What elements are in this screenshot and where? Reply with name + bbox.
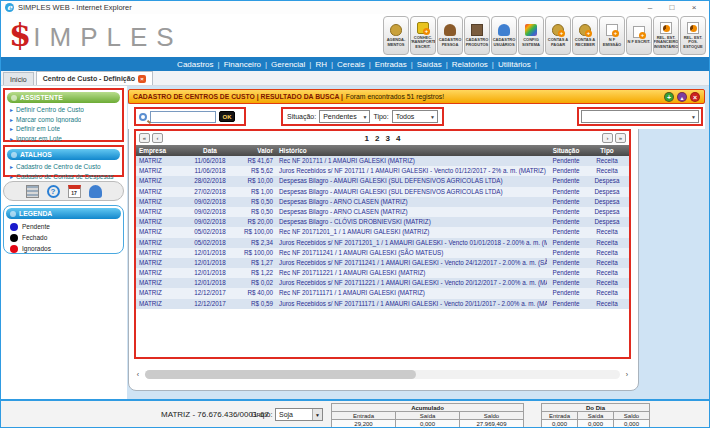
toolbar-button-n-f-emiss-o[interactable]: N F EMISSÃO — [599, 16, 625, 55]
calculator-icon[interactable] — [26, 185, 39, 198]
toolbar-button-label: CADASTRO USUÁRIOS — [492, 38, 516, 47]
table-row[interactable]: MATRIZ09/02/2018R$ 0,50Despesas Bilagro … — [136, 197, 629, 207]
table-row[interactable]: MATRIZ12/01/2018R$ 0,02Juros Recebidos s… — [136, 278, 629, 288]
menu-item-entradas[interactable]: Entradas — [371, 60, 411, 69]
tipo-select[interactable]: Todos ▼ — [392, 110, 438, 123]
menu-item-financeiro[interactable]: Financeiro — [220, 60, 265, 69]
page-number-1[interactable]: 1 — [362, 134, 372, 143]
sidebar-item-definir-centro-de-custo[interactable]: ▸Definir Centro de Custo — [5, 105, 122, 115]
do-dia-table: Do Dia Entrada Saída Saldo 0,000 0,000 0… — [541, 403, 650, 428]
cell-empresa: MATRIZ — [136, 156, 188, 166]
tipo-label: Tipo: — [373, 113, 388, 120]
acumulado-entrada-value: 29,200 — [332, 420, 396, 428]
table-row[interactable]: MATRIZ09/02/2018R$ 20,00Despesas Bilagro… — [136, 217, 629, 227]
scrollbar-thumb[interactable] — [145, 370, 416, 379]
table-row[interactable]: MATRIZ12/01/2018R$ 100,00Rec NF 20171124… — [136, 248, 629, 258]
menu-item-utilit-rios[interactable]: Utilitários — [494, 60, 535, 69]
add-record-button[interactable]: + — [664, 92, 674, 102]
menu-item-rh[interactable]: RH — [311, 60, 331, 69]
col-empresa[interactable]: Empresa — [136, 145, 188, 156]
search-input[interactable] — [150, 111, 216, 123]
cell-valor: R$ 40,00 — [232, 288, 276, 298]
col-data[interactable]: Data — [188, 145, 232, 156]
table-row[interactable]: MATRIZ05/02/2018R$ 2,34Juros Recebidos s… — [136, 238, 629, 248]
sidebar-item-cadastro-de-centro-de-custo[interactable]: ▸Cadastro de Centro de Custo — [5, 162, 122, 172]
menu-item-cadastros[interactable]: Cadastros — [173, 60, 217, 69]
cell-tipo: Despesa — [585, 207, 629, 217]
close-button[interactable]: × — [683, 2, 705, 14]
last-page-button[interactable]: » — [615, 133, 626, 143]
tab-inicio[interactable]: Início — [3, 72, 34, 85]
sidebar-item-cadastro-de-contas-de-despesas[interactable]: ▸Cadastro de Contas de Despesas — [5, 172, 122, 182]
table-row[interactable]: MATRIZ05/02/2018R$ 100,00Rec NF 20171201… — [136, 227, 629, 237]
sidebar-item-marcar-como-ignorado[interactable]: ▸Marcar como Ignorado — [5, 115, 122, 125]
col-tipo[interactable]: Tipo — [585, 145, 629, 156]
menu-item-cereais[interactable]: Cereais — [333, 60, 369, 69]
help-icon[interactable]: ? — [47, 185, 60, 198]
page-number-3[interactable]: 3 — [383, 134, 393, 143]
scrollbar-track[interactable] — [145, 370, 620, 379]
close-tab-icon[interactable]: × — [138, 75, 146, 83]
next-page-button[interactable]: › — [602, 133, 613, 143]
toolbar-button-rel-est-financeiro-invent-rio[interactable]: REL. EST. FINANCEIRO INVENTÁRIO — [653, 16, 679, 55]
table-row[interactable]: MATRIZ11/06/2018R$ 41,67Rec NF 201711 / … — [136, 156, 629, 166]
results-header-bar: CADASTRO DE CENTROS DE CUSTO | RESULTADO… — [128, 89, 705, 104]
toolbar-button-conhec-transporte-escrit-[interactable]: CONHEC. TRANSPORTE ESCRIT. — [410, 16, 436, 55]
maximize-button[interactable]: □ — [661, 2, 683, 14]
cell-situacao: Pendente — [547, 176, 585, 186]
extra-filter-select[interactable]: ▼ — [581, 110, 699, 123]
toolbar-button-cadastro-pessoa[interactable]: CADASTRO PESSOA — [437, 16, 463, 55]
acumulado-saldo-label: Saldo — [460, 412, 524, 420]
col-historico[interactable]: Histórico — [276, 145, 547, 156]
cell-tipo: Receita — [585, 156, 629, 166]
table-row[interactable]: MATRIZ27/02/2018R$ 1,00Despesas Bilagro … — [136, 187, 629, 197]
cell-tipo: Despesa — [585, 176, 629, 186]
first-page-button[interactable]: « — [139, 133, 150, 143]
scroll-right-icon[interactable]: › — [623, 371, 631, 378]
situacao-select[interactable]: Pendentes ▼ — [319, 110, 370, 123]
cell-situacao: Pendente — [547, 197, 585, 207]
toolbar-button-cadastro-usu-rios[interactable]: CADASTRO USUÁRIOS — [491, 16, 517, 55]
table-row[interactable]: MATRIZ28/02/2018R$ 10,00Despesas Bilagro… — [136, 176, 629, 186]
toolbar-button-agenda-mentos[interactable]: AGENDA-MENTOS — [383, 16, 409, 55]
table-row[interactable]: MATRIZ12/12/2017R$ 40,00Rec NF 201711171… — [136, 288, 629, 298]
grupo-select[interactable]: Soja ▼ — [275, 408, 323, 421]
table-row[interactable]: MATRIZ09/02/2018R$ 0,50Despesas Bilagro … — [136, 207, 629, 217]
palette-icon — [525, 24, 537, 36]
close-panel-button[interactable]: × — [690, 92, 700, 102]
table-row[interactable]: MATRIZ11/06/2018R$ 5,62Juros Recebidos s… — [136, 166, 629, 176]
toolbar-button-contas-a-receber[interactable]: CONTAS A RECEBER — [572, 16, 598, 55]
user-icon[interactable] — [89, 185, 102, 198]
internet-explorer-icon: e — [5, 3, 14, 12]
tab-centro-de-custo[interactable]: Centro de Custo - Definição × — [36, 71, 153, 85]
minimize-button[interactable]: – — [639, 2, 661, 14]
page-number-2[interactable]: 2 — [372, 134, 382, 143]
toolbar-button-rel-est-pos-estoque[interactable]: REL. EST. POS. ESTOQUE — [680, 16, 706, 55]
cell-valor: R$ 0,59 — [232, 299, 276, 309]
toolbar-button-cadastro-produtos[interactable]: CADASTRO PRODUTOS — [464, 16, 490, 55]
menu-item-relat-rios[interactable]: Relatórios — [448, 60, 492, 69]
search-ok-button[interactable]: OK — [219, 111, 235, 122]
calendar-icon[interactable]: 17 — [68, 185, 81, 198]
toolbar-button-contas-a-pagar[interactable]: CONTAS A PAGAR — [545, 16, 571, 55]
toolbar-button-config-sistema[interactable]: CONFIG SISTEMA — [518, 16, 544, 55]
sidebar-item-ignorar-em-lote[interactable]: ▸Ignorar em Lote — [5, 134, 122, 144]
toolbar-button-n-f-escrit-[interactable]: N F ESCRIT. — [626, 16, 652, 55]
page-number-4[interactable]: 4 — [393, 134, 403, 143]
menu-item-gerencial[interactable]: Gerencial — [267, 60, 309, 69]
cell-data: 05/02/2018 — [188, 238, 232, 248]
table-row[interactable]: MATRIZ12/01/2018R$ 1,22Rec NF 201711221 … — [136, 268, 629, 278]
prev-page-button[interactable]: ‹ — [152, 133, 163, 143]
cell-empresa: MATRIZ — [136, 217, 188, 227]
cell-valor: R$ 100,00 — [232, 248, 276, 258]
table-row[interactable]: MATRIZ12/01/2018R$ 1,27Juros Recebidos s… — [136, 258, 629, 268]
menu-item-sa-das[interactable]: Saídas — [413, 60, 446, 69]
results-table-box: « ‹ 1234 › » Empresa Data Valor Históric… — [134, 129, 631, 359]
collapse-panel-button[interactable]: ▲ — [677, 92, 687, 102]
col-valor[interactable]: Valor — [232, 145, 276, 156]
bullet-icon: ▸ — [10, 173, 13, 180]
scroll-left-icon[interactable]: ‹ — [134, 371, 142, 378]
table-row[interactable]: MATRIZ12/12/2017R$ 0,59Juros Recebidos s… — [136, 299, 629, 309]
col-situacao[interactable]: Situação — [547, 145, 585, 156]
sidebar-item-definir-em-lote[interactable]: ▸Definir em Lote — [5, 124, 122, 134]
